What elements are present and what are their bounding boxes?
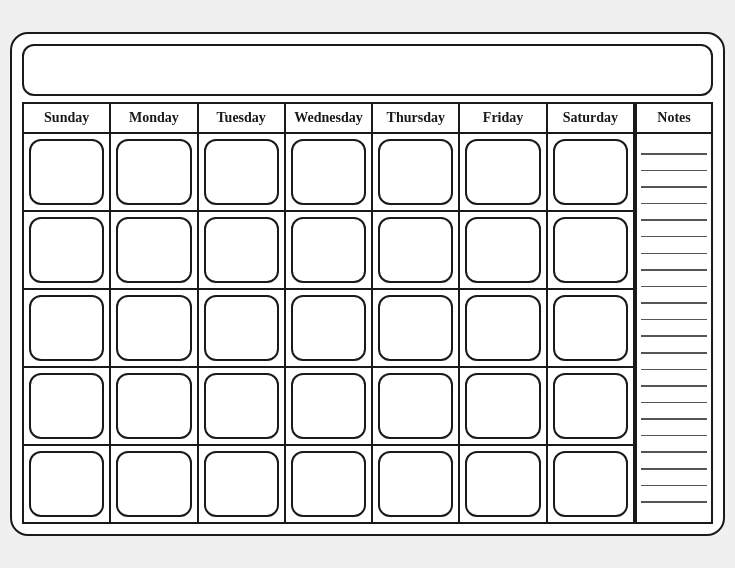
calendar-cell[interactable] xyxy=(373,368,460,446)
calendar-cell[interactable] xyxy=(111,290,198,368)
calendar-main: SundayMondayTuesdayWednesdayThursdayFrid… xyxy=(22,102,713,524)
calendar-cell[interactable] xyxy=(373,290,460,368)
calendar-cell[interactable] xyxy=(199,368,286,446)
day-header-tuesday: Tuesday xyxy=(199,104,286,134)
day-header-sunday: Sunday xyxy=(24,104,111,134)
calendar-grid: SundayMondayTuesdayWednesdayThursdayFrid… xyxy=(22,102,635,524)
calendar-cell[interactable] xyxy=(548,212,635,290)
calendar-cell[interactable] xyxy=(460,212,547,290)
calendar-row xyxy=(24,368,635,446)
notes-line xyxy=(641,302,707,304)
notes-line xyxy=(641,385,707,387)
day-header-monday: Monday xyxy=(111,104,198,134)
calendar-cell[interactable] xyxy=(111,212,198,290)
day-header-wednesday: Wednesday xyxy=(286,104,373,134)
calendar-cell[interactable] xyxy=(460,134,547,212)
notes-line xyxy=(641,402,707,404)
calendar-cell[interactable] xyxy=(460,368,547,446)
notes-header: Notes xyxy=(635,102,713,134)
calendar-container: SundayMondayTuesdayWednesdayThursdayFrid… xyxy=(10,32,725,536)
notes-line xyxy=(641,219,707,221)
calendar-row xyxy=(24,290,635,368)
calendar-cell[interactable] xyxy=(199,446,286,524)
notes-line xyxy=(641,319,707,321)
calendar-cell[interactable] xyxy=(199,212,286,290)
calendar-cell[interactable] xyxy=(111,446,198,524)
notes-line xyxy=(641,352,707,354)
day-headers: SundayMondayTuesdayWednesdayThursdayFrid… xyxy=(22,102,635,134)
calendar-cell[interactable] xyxy=(286,446,373,524)
notes-line xyxy=(641,286,707,288)
day-header-thursday: Thursday xyxy=(373,104,460,134)
calendar-cell[interactable] xyxy=(460,290,547,368)
calendar-cell[interactable] xyxy=(199,290,286,368)
calendar-cell[interactable] xyxy=(548,446,635,524)
calendar-cell[interactable] xyxy=(111,368,198,446)
notes-line xyxy=(641,501,707,503)
notes-section: Notes xyxy=(635,102,713,524)
calendar-cell[interactable] xyxy=(111,134,198,212)
calendar-rows xyxy=(22,134,635,524)
calendar-cell[interactable] xyxy=(24,368,111,446)
notes-line xyxy=(641,203,707,205)
calendar-cell[interactable] xyxy=(24,212,111,290)
calendar-title[interactable] xyxy=(22,44,713,96)
calendar-row xyxy=(24,212,635,290)
notes-line xyxy=(641,335,707,337)
day-header-friday: Friday xyxy=(460,104,547,134)
notes-line xyxy=(641,418,707,420)
calendar-cell[interactable] xyxy=(24,134,111,212)
notes-line xyxy=(641,435,707,437)
calendar-cell[interactable] xyxy=(286,212,373,290)
calendar-cell[interactable] xyxy=(373,212,460,290)
notes-line xyxy=(641,468,707,470)
notes-line xyxy=(641,253,707,255)
calendar-row xyxy=(24,446,635,524)
notes-line xyxy=(641,369,707,371)
day-header-saturday: Saturday xyxy=(548,104,635,134)
calendar-cell[interactable] xyxy=(24,446,111,524)
calendar-row xyxy=(24,134,635,212)
calendar-cell[interactable] xyxy=(199,134,286,212)
notes-line xyxy=(641,186,707,188)
calendar-cell[interactable] xyxy=(286,368,373,446)
calendar-cell[interactable] xyxy=(373,134,460,212)
calendar-cell[interactable] xyxy=(548,290,635,368)
calendar-cell[interactable] xyxy=(286,290,373,368)
notes-line xyxy=(641,269,707,271)
calendar-cell[interactable] xyxy=(460,446,547,524)
notes-line xyxy=(641,153,707,155)
calendar-cell[interactable] xyxy=(548,368,635,446)
notes-line xyxy=(641,485,707,487)
notes-line xyxy=(641,236,707,238)
calendar-cell[interactable] xyxy=(24,290,111,368)
calendar-cell[interactable] xyxy=(548,134,635,212)
notes-line xyxy=(641,170,707,172)
calendar-cell[interactable] xyxy=(286,134,373,212)
notes-line xyxy=(641,451,707,453)
calendar-cell[interactable] xyxy=(373,446,460,524)
notes-lines[interactable] xyxy=(635,134,713,524)
